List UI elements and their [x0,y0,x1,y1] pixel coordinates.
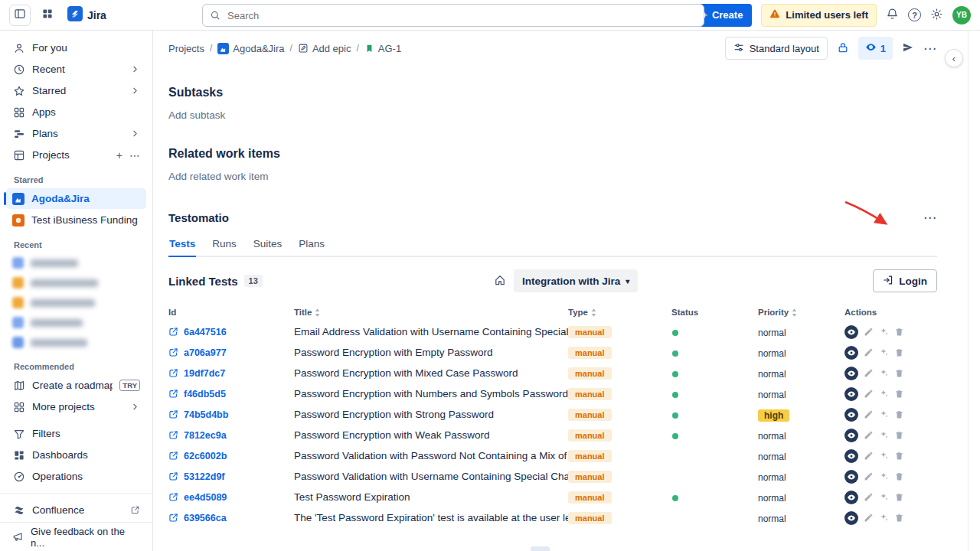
delete-test-icon[interactable] [894,430,904,440]
permissions-button[interactable] [837,41,849,56]
delete-test-icon[interactable] [894,513,904,523]
recent-item-redacted[interactable] [6,293,146,312]
column-header-type[interactable]: Type [568,308,671,317]
sidebar-item-recent[interactable]: Recent [6,59,146,80]
limited-users-button[interactable]: Limited users left [761,4,877,27]
settings-button[interactable] [930,8,943,23]
add-subtask-button[interactable]: Add subtask [168,109,937,121]
delete-test-icon[interactable] [894,492,904,502]
open-test-icon[interactable] [168,409,178,419]
delete-test-icon[interactable] [894,327,904,337]
pagination-page-1[interactable]: 1 [531,546,550,551]
edit-test-icon[interactable] [864,368,874,378]
share-button[interactable] [902,41,914,56]
test-id-link[interactable]: 6a447516 [184,327,227,337]
test-id-link[interactable]: a706a977 [184,347,227,358]
open-test-icon[interactable] [168,513,178,523]
integration-selector[interactable]: Integration with Jira ▾ [514,269,638,292]
column-header-status[interactable]: Status [671,308,758,317]
delete-test-icon[interactable] [894,409,904,419]
breadcrumb-issue-key[interactable]: AG-1 [364,43,401,54]
sidebar-item-plans[interactable]: Plans [6,123,146,144]
jira-logo[interactable]: Jira [67,6,106,24]
delete-test-icon[interactable] [894,389,904,399]
column-header-id[interactable]: Id [168,308,294,317]
app-switcher-button[interactable] [37,5,58,26]
breadcrumb-projects[interactable]: Projects [168,43,204,54]
open-test-icon[interactable] [168,471,178,481]
edit-test-icon[interactable] [864,389,874,399]
test-id-link[interactable]: 639566ca [184,513,227,523]
open-test-icon[interactable] [168,327,178,337]
recent-item-redacted[interactable] [6,313,146,332]
test-id-link[interactable]: 7812ec9a [184,430,227,441]
view-report-button[interactable] [844,429,858,442]
tab-runs[interactable]: Runs [211,238,237,257]
open-test-icon[interactable] [168,347,178,357]
column-header-title[interactable]: Title [294,308,568,317]
breadcrumb-project[interactable]: Agoda&Jira [217,43,284,54]
column-header-priority[interactable]: Priority [758,308,844,317]
recent-item-redacted[interactable] [6,253,146,272]
ai-sparkle-icon[interactable] [879,430,889,440]
test-id-link[interactable]: ee4d5089 [184,492,227,503]
sidebar-item-apps[interactable]: Apps [6,102,146,122]
edit-test-icon[interactable] [864,451,874,461]
ai-sparkle-icon[interactable] [879,492,889,502]
edit-test-icon[interactable] [864,327,874,337]
test-id-link[interactable]: 62c6002b [184,451,227,461]
breadcrumb-add-epic[interactable]: Add epic [298,43,351,54]
sidebar-item-for-you[interactable]: For you [6,37,146,58]
test-id-link[interactable]: 53122d9f [184,471,225,482]
home-button[interactable] [494,274,506,289]
add-project-button[interactable]: + [116,149,122,161]
sidebar-item-starred[interactable]: Starred [6,80,146,101]
testomatio-more-button[interactable]: ⋯ [923,211,937,224]
delete-test-icon[interactable] [894,347,904,357]
ai-sparkle-icon[interactable] [879,451,889,461]
projects-more-button[interactable]: ⋯ [129,149,140,161]
view-report-button[interactable] [844,346,858,360]
ai-sparkle-icon[interactable] [879,409,889,419]
edit-test-icon[interactable] [864,430,874,440]
view-report-button[interactable] [844,325,858,339]
test-id-link[interactable]: 74b5d4bb [184,409,228,420]
pagination-page-2[interactable]: 2 [556,546,575,551]
tab-plans[interactable]: Plans [298,238,325,257]
open-test-icon[interactable] [168,368,178,378]
sidebar-item-more-projects[interactable]: More projects [6,396,146,417]
test-id-link[interactable]: f46db5d5 [184,389,226,399]
standard-layout-button[interactable]: Standard layout [725,37,828,60]
open-test-icon[interactable] [168,451,178,461]
edit-test-icon[interactable] [864,513,874,523]
ai-sparkle-icon[interactable] [879,327,889,337]
view-report-button[interactable] [844,511,858,525]
edit-test-icon[interactable] [864,409,874,419]
sidebar-project-agoda-jira[interactable]: Agoda&Jira [6,188,146,209]
search-input[interactable] [202,4,704,27]
delete-test-icon[interactable] [894,368,904,378]
tab-suites[interactable]: Suites [253,238,283,257]
sidebar-item-confluence[interactable]: Confluence [6,500,146,520]
open-test-icon[interactable] [168,389,178,399]
recent-item-redacted[interactable] [6,273,146,292]
notifications-button[interactable] [886,8,899,23]
feedback-button[interactable]: Give feedback on the n... [0,522,152,551]
delete-test-icon[interactable] [894,451,904,461]
open-test-icon[interactable] [168,492,178,502]
test-id-link[interactable]: 19df7dc7 [184,368,225,379]
view-report-button[interactable] [844,491,858,504]
view-report-button[interactable] [844,387,858,401]
ai-sparkle-icon[interactable] [879,347,889,357]
sidebar-item-create-roadmap[interactable]: Create a roadmap TRY [6,375,146,396]
sidebar-item-assets[interactable]: Assets [6,521,146,522]
sidebar-item-filters[interactable]: Filters [6,423,146,444]
view-report-button[interactable] [844,470,858,484]
page-more-button[interactable]: ⋯ [923,42,937,55]
expand-panel-button[interactable]: ‹ [945,49,963,67]
view-report-button[interactable] [844,408,858,422]
edit-test-icon[interactable] [864,347,874,357]
ai-sparkle-icon[interactable] [879,471,889,481]
recent-item-redacted[interactable] [6,333,146,352]
ai-sparkle-icon[interactable] [879,513,889,523]
